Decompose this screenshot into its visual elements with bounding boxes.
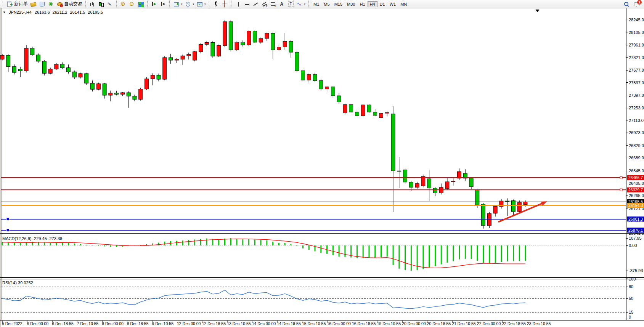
- new-chart-button[interactable]: [29, 0, 38, 8]
- autotrading-label: 自动交易: [64, 1, 82, 7]
- time-tick-label: 5 Dec 2022: [2, 321, 22, 326]
- trendline-button[interactable]: [251, 0, 260, 8]
- toolbar-separator: [308, 1, 309, 7]
- candle: [475, 190, 479, 205]
- chart-region[interactable]: 28245.028105.027961.027821.027677.027537…: [0, 8, 644, 327]
- candle: [349, 104, 353, 112]
- candle-chart-button[interactable]: [97, 0, 106, 8]
- hline-handle[interactable]: [620, 189, 622, 191]
- time-tick-label: 22 Dec 00:00: [477, 321, 501, 326]
- arrows-icon: [296, 1, 303, 7]
- hline-handle[interactable]: [6, 218, 9, 220]
- equidistant-channel-button[interactable]: [260, 0, 269, 8]
- timeframe-m1[interactable]: M1: [311, 1, 321, 7]
- text-icon: [279, 1, 285, 7]
- candle: [145, 79, 148, 89]
- vertical-line-button[interactable]: [234, 0, 243, 8]
- periods-button[interactable]: ▾: [184, 0, 196, 8]
- candle: [24, 48, 28, 71]
- price-tick-label: 26545.0: [629, 168, 644, 173]
- candle: [79, 74, 82, 77]
- horizontal-line-button[interactable]: [243, 0, 251, 8]
- zoom-in-button[interactable]: [119, 0, 128, 8]
- notification-badge: 1: [637, 0, 642, 5]
- candle: [193, 52, 197, 60]
- indicators-button[interactable]: ▾: [172, 0, 184, 8]
- candle: [223, 22, 226, 45]
- time-tick-label: 15 Dec 10:55: [302, 321, 326, 326]
- zoom-out-button[interactable]: [128, 0, 137, 8]
- dropdown-caret-icon: ▾: [193, 3, 194, 6]
- time-tick-label: 13 Dec 10:55: [227, 321, 251, 326]
- candle: [445, 182, 449, 189]
- tile-windows-button[interactable]: [137, 0, 145, 8]
- candle: [42, 61, 46, 74]
- tile-windows-icon: [138, 1, 144, 7]
- candle: [331, 87, 335, 96]
- hline-handle[interactable]: [620, 176, 622, 179]
- fibonacci-button[interactable]: [269, 0, 278, 8]
- line-chart-button[interactable]: [106, 0, 114, 8]
- time-tick-label: 12 Dec 00:00: [177, 321, 201, 326]
- notifications-icon[interactable]: 1: [634, 1, 640, 7]
- candle: [241, 42, 245, 45]
- text-button[interactable]: [278, 0, 286, 8]
- arrows-button[interactable]: ▾: [295, 0, 307, 8]
- timeframe-m30[interactable]: M30: [345, 1, 357, 7]
- time-tick-label: 16 Dec 00:00: [327, 321, 351, 326]
- text-label-button[interactable]: [286, 0, 295, 8]
- time-tick-label: 7 Dec 10:55: [77, 321, 99, 326]
- time-tick-label: 20 Dec 18:55: [427, 321, 451, 326]
- templates-button[interactable]: ▾: [195, 0, 207, 8]
- timeframe-h4[interactable]: H4: [368, 1, 377, 7]
- candle: [61, 64, 64, 67]
- line-chart-icon: [107, 1, 113, 7]
- market-watch-button[interactable]: [38, 0, 47, 8]
- price-badge-label: 26154.3: [628, 203, 643, 208]
- candle: [66, 68, 70, 72]
- candle: [482, 204, 485, 226]
- timeframe-m5[interactable]: M5: [321, 1, 332, 7]
- macd-tick-label: 107.95: [629, 236, 642, 240]
- toolbar-separator: [3, 1, 3, 7]
- navigator-button[interactable]: [47, 0, 55, 8]
- bar-chart-button[interactable]: [88, 0, 97, 8]
- price-tick-label: 27821.0: [629, 55, 644, 60]
- timeframe-w1[interactable]: W1: [387, 1, 398, 7]
- cursor-button[interactable]: [212, 0, 220, 8]
- candle: [127, 93, 130, 96]
- chart-shift-button[interactable]: [159, 0, 167, 8]
- timeframe-mn[interactable]: MN: [398, 1, 409, 7]
- candle: [151, 75, 154, 79]
- search-icon[interactable]: [623, 1, 630, 7]
- candle: [259, 38, 263, 42]
- candle: [391, 114, 395, 171]
- indicators-icon: [173, 1, 180, 7]
- candle: [0, 55, 4, 59]
- autotrading-button[interactable]: 自动交易: [55, 0, 84, 8]
- rsi-tick-label: 50: [629, 296, 633, 301]
- time-tick-label: 6 Dec 00:00: [27, 321, 49, 326]
- price-tick-label: 27961.0: [629, 43, 644, 47]
- toolbar-separator: [169, 1, 170, 7]
- time-tick-label: 19 Dec 10:55: [377, 321, 401, 326]
- candle: [91, 83, 95, 90]
- auto-scroll-button[interactable]: [150, 0, 159, 8]
- crosshair-button[interactable]: [220, 0, 229, 8]
- price-badge-label: 26466.7: [628, 175, 643, 180]
- timeframe-h1[interactable]: H1: [357, 1, 367, 7]
- hline-handle[interactable]: [6, 229, 9, 231]
- timeframe-m15[interactable]: M15: [332, 1, 345, 7]
- time-tick-label: 8 Dec 00:00: [102, 321, 124, 326]
- candle: [283, 41, 287, 47]
- price-tick-label: 28105.0: [629, 30, 644, 35]
- toolbar-separator: [85, 1, 86, 7]
- timeframe-d1[interactable]: D1: [377, 1, 387, 7]
- new-order-button[interactable]: 新订单: [5, 0, 29, 8]
- quote-close: 26195.5: [88, 10, 103, 14]
- chart-canvas[interactable]: 28245.028105.027961.027821.027677.027537…: [0, 8, 644, 327]
- candle: [211, 42, 215, 56]
- candle: [487, 213, 491, 226]
- candle: [175, 59, 178, 60]
- collapse-caret-icon[interactable]: ▼: [3, 11, 6, 14]
